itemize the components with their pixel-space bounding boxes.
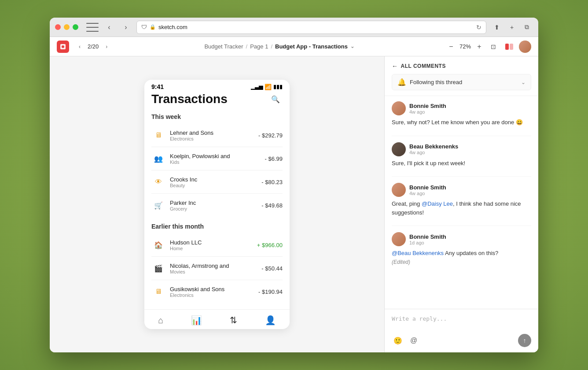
zoom-in-button[interactable]: +	[475, 42, 484, 51]
nav-tab-transactions[interactable]: ⇅	[224, 313, 243, 327]
comment-time: 4w ago	[409, 191, 446, 196]
back-button[interactable]: ‹	[103, 21, 115, 33]
reply-input[interactable]	[392, 314, 531, 329]
tx-category: Beauty	[170, 183, 257, 188]
address-text: sketch.com	[158, 24, 187, 30]
tx-amount: - $190.94	[258, 289, 283, 295]
mention: @Daisy Lee	[422, 200, 453, 207]
app-logo	[57, 41, 69, 53]
comment-time: 4w ago	[409, 109, 446, 115]
external-link-button[interactable]: ⊡	[487, 41, 500, 53]
status-icons: ▁▃▅ 📶 ▮▮▮	[251, 84, 283, 90]
zoom-value: 72%	[457, 43, 473, 50]
share-button[interactable]: ⬆	[491, 21, 503, 33]
tx-name: Nicolas, Armstrong and	[170, 263, 257, 269]
mention-button[interactable]: @	[408, 334, 420, 347]
search-button[interactable]: 🔍	[268, 92, 283, 106]
close-button[interactable]	[55, 24, 61, 30]
transaction-item: 🖥 Lehner and Sons Electronics - $292.79	[151, 125, 283, 146]
tx-details: Gusikowski and Sons Electronics	[170, 286, 254, 298]
emoji-button[interactable]: 🙂	[392, 334, 404, 347]
all-comments-back-button[interactable]: ← ALL COMMENTS	[392, 63, 531, 70]
tx-details: Nicolas, Armstrong and Movies	[170, 263, 257, 274]
lock-icon: 🔒	[150, 24, 156, 30]
stats-icon: 📊	[191, 315, 202, 326]
zoom-out-button[interactable]: −	[447, 42, 456, 51]
breadcrumb-root[interactable]: Budget Tracker	[204, 43, 243, 50]
tx-amount: - $6.99	[265, 155, 283, 162]
comment-author: Beau Bekkenenks	[409, 143, 458, 150]
tx-icon-kids: 👥	[151, 152, 165, 166]
tx-name: Koelpin, Powlowski and	[170, 153, 261, 159]
maximize-button[interactable]	[73, 24, 78, 30]
forward-button[interactable]: ›	[120, 21, 132, 33]
comment-meta: Beau Bekkenenks 4w ago	[409, 143, 458, 155]
address-bar[interactable]: 🛡 🔒 sketch.com ↻	[136, 21, 486, 34]
tx-name: Lehner and Sons	[170, 130, 254, 136]
nav-tab-home[interactable]: ⌂	[153, 314, 169, 327]
tx-category: Electronics	[170, 292, 254, 298]
reload-button[interactable]: ↻	[476, 24, 481, 31]
minimize-button[interactable]	[64, 24, 70, 30]
tx-details: Hudson LLC Home	[170, 239, 253, 251]
battery-icon: ▮▮▮	[273, 84, 283, 90]
next-page-button[interactable]: ›	[101, 41, 112, 52]
following-bar[interactable]: 🔔 Following this thread ⌄	[392, 74, 531, 90]
tx-icon-home: 🏠	[151, 238, 165, 252]
edited-label: (Edited)	[392, 259, 410, 265]
main-content: 9:41 ▁▃▅ 📶 ▮▮▮ Transactions 🔍 This week	[50, 56, 538, 352]
tx-category: Home	[170, 246, 253, 251]
tx-details: Koelpin, Powlowski and Kids	[170, 153, 261, 165]
app-toolbar: ‹ 2/20 › Budget Tracker / Page 1 / Budge…	[50, 37, 538, 56]
back-arrow-icon: ←	[392, 63, 398, 70]
tx-icon-movies: 🎬	[151, 261, 165, 275]
new-tab-button[interactable]: +	[506, 21, 518, 33]
breadcrumb-current[interactable]: Budget App - Transactions ⌄	[275, 43, 354, 50]
phone-status-bar: 9:41 ▁▃▅ 📶 ▮▮▮	[144, 80, 290, 92]
tx-name: Gusikowski and Sons	[170, 286, 254, 292]
comments-panel: ← ALL COMMENTS 🔔 Following this thread ⌄	[384, 56, 538, 352]
tx-icon-electronics2: 🖥	[151, 285, 165, 299]
comment-text: Great, ping @Daisy Lee, I think she had …	[392, 200, 531, 217]
prev-page-button[interactable]: ‹	[74, 41, 85, 52]
phone-body: Transactions 🔍 This week 🖥 Lehner and So…	[144, 92, 290, 309]
comments-header: ← ALL COMMENTS 🔔 Following this thread ⌄	[385, 56, 538, 96]
tx-icon-electronics1: 🖥	[151, 128, 165, 142]
tx-category: Electronics	[170, 136, 254, 141]
transactions-header-row: Transactions 🔍	[151, 92, 283, 106]
tx-name: Crooks Inc	[170, 176, 257, 183]
following-left: 🔔 Following this thread	[397, 78, 462, 86]
layout-toggle-button[interactable]	[503, 41, 515, 53]
svg-point-1	[62, 45, 64, 48]
reply-input-area: 🙂 @ ↑	[385, 309, 538, 352]
comment-text: @Beau Bekkenenks Any updates on this?(Ed…	[392, 249, 531, 266]
comment-header: Bonnie Smith 1d ago	[392, 232, 531, 246]
page-navigation: ‹ 2/20 ›	[74, 41, 112, 52]
tx-category: Movies	[170, 269, 257, 274]
nav-tab-profile[interactable]: 👤	[260, 313, 281, 327]
transaction-item: 👥 Koelpin, Powlowski and Kids - $6.99	[151, 148, 283, 169]
sidebar-toggle-button[interactable]	[86, 23, 99, 32]
tx-details: Crooks Inc Beauty	[170, 176, 257, 188]
tx-amount: - $80.23	[261, 179, 283, 185]
comment-author: Bonnie Smith	[409, 184, 446, 191]
comment-time: 4w ago	[409, 150, 458, 155]
comment-text: Sure, why not? Let me know when you are …	[392, 118, 531, 127]
breadcrumb-page[interactable]: Page 1	[250, 43, 268, 50]
tx-category: Grocery	[170, 206, 257, 211]
tabs-button[interactable]: ⧉	[521, 21, 533, 33]
tx-name: Parker Inc	[170, 200, 257, 206]
send-button[interactable]: ↑	[518, 334, 531, 347]
comments-list: Bonnie Smith 4w ago Sure, why not? Let m…	[385, 96, 538, 309]
comment-item: Bonnie Smith 4w ago Great, ping @Daisy L…	[392, 183, 531, 217]
chevron-down-icon: ⌄	[350, 44, 354, 49]
bell-icon: 🔔	[397, 78, 406, 86]
user-avatar[interactable]	[519, 41, 531, 53]
following-label: Following this thread	[410, 79, 462, 85]
nav-tab-stats[interactable]: 📊	[186, 313, 207, 327]
comment-header: Bonnie Smith 4w ago	[392, 183, 531, 197]
reply-actions: 🙂 @ ↑	[392, 334, 531, 347]
tx-icon-grocery: 🛒	[151, 198, 165, 212]
comment-item: Bonnie Smith 1d ago @Beau Bekkenenks Any…	[392, 232, 531, 266]
app-preview: 9:41 ▁▃▅ 📶 ▮▮▮ Transactions 🔍 This week	[50, 56, 384, 352]
